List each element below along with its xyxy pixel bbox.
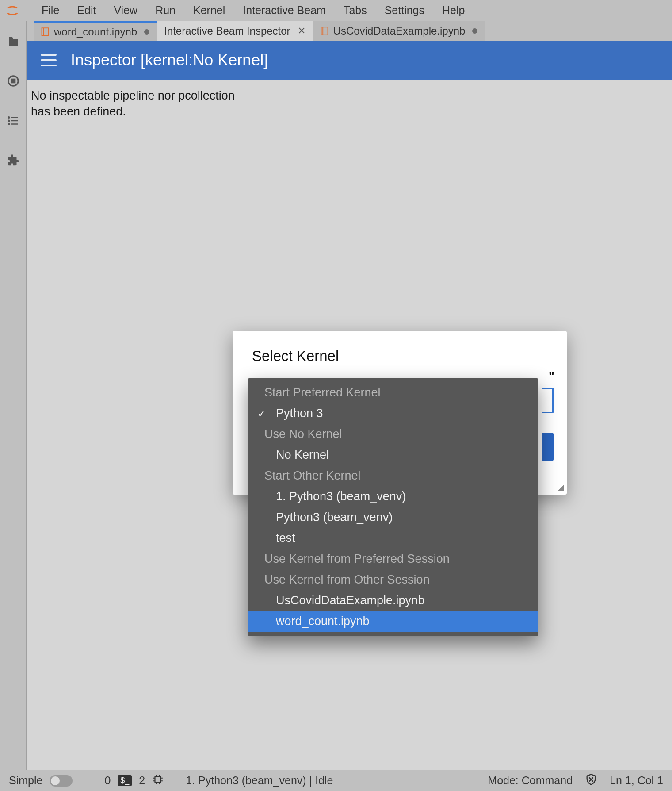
notebook-icon bbox=[320, 27, 329, 35]
kernel-option-beam-venv-2[interactable]: Python3 (beam_venv) bbox=[248, 507, 538, 528]
toc-icon[interactable] bbox=[6, 113, 21, 128]
simple-mode-toggle[interactable] bbox=[50, 775, 73, 787]
menu-kernel[interactable]: Kernel bbox=[184, 0, 234, 20]
menu-toggle-icon[interactable] bbox=[41, 54, 57, 66]
tab-label: word_count.ipynb bbox=[54, 26, 137, 38]
svg-rect-7 bbox=[11, 123, 18, 125]
kernel-option-test[interactable]: test bbox=[248, 528, 538, 549]
menu-interactive-beam[interactable]: Interactive Beam bbox=[234, 0, 335, 20]
svg-rect-5 bbox=[11, 120, 18, 122]
menu-view[interactable]: View bbox=[105, 0, 146, 20]
kernel-status-label[interactable]: 1. Python3 (beam_venv) | Idle bbox=[186, 774, 333, 787]
body-row: word_count.ipynb Interactive Beam Inspec… bbox=[0, 21, 672, 770]
kernel-option-python3[interactable]: Python 3 bbox=[248, 403, 538, 424]
dialog-title: Select Kernel bbox=[252, 348, 547, 365]
menubar: File Edit View Run Kernel Interactive Be… bbox=[0, 0, 672, 21]
kernel-icon[interactable] bbox=[152, 774, 164, 788]
notebook-icon bbox=[41, 27, 50, 36]
svg-rect-8 bbox=[42, 28, 49, 36]
inspector-header: Inspector [kernel:No Kernel] bbox=[27, 41, 672, 80]
empty-state-message: No inspectable pipeline nor pcollection … bbox=[31, 88, 246, 120]
tab-label: Interactive Beam Inspector bbox=[164, 25, 290, 37]
kernel-option-beam-venv-1[interactable]: 1. Python3 (beam_venv) bbox=[248, 486, 538, 507]
dd-group-header: Start Other Kernel bbox=[248, 465, 538, 486]
menu-help[interactable]: Help bbox=[433, 0, 473, 20]
running-sessions-icon[interactable] bbox=[6, 73, 21, 88]
menu-file[interactable]: File bbox=[33, 0, 68, 20]
status-bar: Simple 0 $_ 2 1. Python3 (beam_venv) | I… bbox=[0, 770, 672, 791]
tab-bar: word_count.ipynb Interactive Beam Inspec… bbox=[27, 21, 672, 41]
terminal-icon[interactable]: $_ bbox=[118, 775, 132, 786]
svg-point-2 bbox=[8, 116, 10, 119]
svg-point-6 bbox=[8, 123, 10, 125]
dd-group-header: Use Kernel from Other Session bbox=[248, 569, 538, 590]
close-icon[interactable]: ✕ bbox=[298, 25, 305, 37]
menu-edit[interactable]: Edit bbox=[68, 0, 105, 20]
tab-word-count[interactable]: word_count.ipynb bbox=[34, 21, 157, 41]
main-area: word_count.ipynb Interactive Beam Inspec… bbox=[27, 21, 672, 770]
inspector-left-pane: No inspectable pipeline nor pcollection … bbox=[27, 80, 251, 770]
editor-mode-label: Mode: Command bbox=[488, 774, 573, 787]
svg-rect-1 bbox=[11, 79, 15, 83]
svg-point-4 bbox=[8, 120, 10, 122]
dialog-text-fragment: " bbox=[549, 369, 554, 383]
dirty-indicator-icon bbox=[144, 29, 149, 35]
menu-tabs[interactable]: Tabs bbox=[335, 0, 376, 20]
dd-group-header: Use Kernel from Preferred Session bbox=[248, 549, 538, 569]
dirty-indicator-icon bbox=[472, 28, 477, 34]
jupyter-logo-icon bbox=[4, 3, 20, 19]
kernel-session-word-count[interactable]: word_count.ipynb bbox=[248, 611, 538, 632]
inspector-title: Inspector [kernel:No Kernel] bbox=[71, 51, 268, 69]
left-sidebar bbox=[0, 21, 27, 770]
kernel-select-input[interactable] bbox=[542, 388, 554, 413]
sessions-count[interactable]: 2 bbox=[139, 774, 145, 787]
svg-rect-9 bbox=[321, 27, 328, 35]
simple-mode-label: Simple bbox=[9, 774, 42, 787]
dd-group-header: Use No Kernel bbox=[248, 424, 538, 445]
dd-group-header: Start Preferred Kernel bbox=[248, 382, 538, 403]
resize-handle-icon[interactable]: ◢ bbox=[558, 482, 564, 492]
menu-settings[interactable]: Settings bbox=[376, 0, 433, 20]
terminals-count[interactable]: 0 bbox=[104, 774, 111, 787]
dialog-primary-button[interactable] bbox=[542, 433, 554, 461]
kernel-session-uscovid[interactable]: UsCovidDataExample.ipynb bbox=[248, 590, 538, 611]
svg-rect-10 bbox=[155, 776, 161, 782]
kernel-option-no-kernel[interactable]: No Kernel bbox=[248, 445, 538, 465]
file-browser-icon[interactable] bbox=[6, 34, 21, 49]
menu-run[interactable]: Run bbox=[146, 0, 184, 20]
tab-uscovid[interactable]: UsCovidDataExample.ipynb bbox=[313, 21, 485, 41]
kernel-dropdown: Start Preferred Kernel Python 3 Use No K… bbox=[248, 378, 538, 636]
extensions-icon[interactable] bbox=[6, 153, 21, 168]
cursor-position-label: Ln 1, Col 1 bbox=[610, 774, 663, 787]
tab-inspector[interactable]: Interactive Beam Inspector ✕ bbox=[157, 21, 313, 41]
tab-label: UsCovidDataExample.ipynb bbox=[333, 25, 466, 37]
trust-icon[interactable] bbox=[585, 773, 597, 788]
svg-rect-3 bbox=[11, 117, 18, 118]
